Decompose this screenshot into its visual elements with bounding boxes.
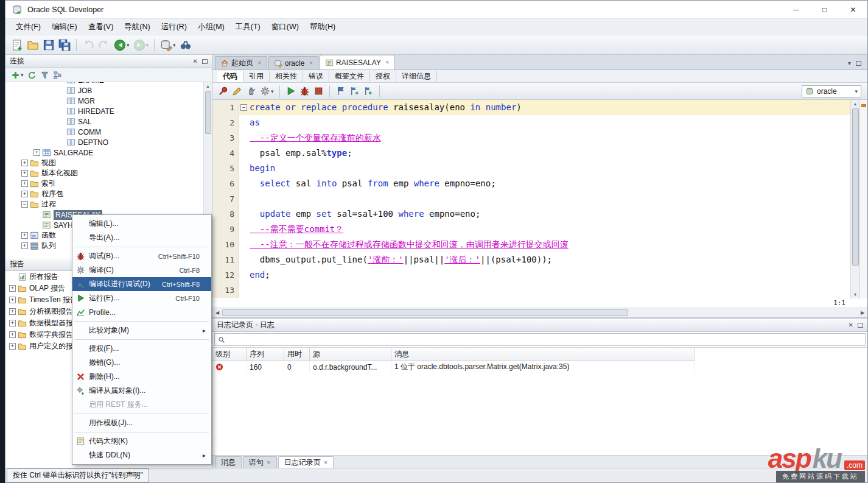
close-tab-icon[interactable]: ✕ bbox=[324, 460, 328, 465]
close-panel-icon[interactable]: ✕ bbox=[849, 322, 853, 328]
expand-icon[interactable]: + bbox=[21, 242, 28, 249]
doc-tab[interactable]: oracle✕ bbox=[268, 56, 318, 69]
menubar-item[interactable]: 运行(R) bbox=[156, 19, 192, 35]
expand-icon[interactable]: + bbox=[21, 232, 28, 239]
redo-button[interactable] bbox=[97, 38, 111, 52]
context-menu-item[interactable]: 删除(H)... bbox=[72, 370, 211, 384]
code-line[interactable]: 5begin bbox=[212, 161, 850, 176]
scroll-up-icon[interactable]: ▲ bbox=[206, 82, 210, 90]
log-column-header[interactable]: 源 bbox=[310, 348, 391, 361]
tree-item[interactable]: +SALGRADE bbox=[5, 147, 212, 158]
add-connection-button[interactable]: ▾ bbox=[10, 69, 25, 81]
editor-subtab[interactable]: 授权 bbox=[370, 71, 396, 82]
code-editor[interactable]: 1−create or replace procedure raisesalay… bbox=[212, 100, 850, 298]
tab-list-dropdown-icon[interactable]: ▾ bbox=[848, 60, 851, 66]
log-column-header[interactable]: 序列 bbox=[247, 348, 284, 361]
tree-item[interactable]: MGR bbox=[5, 96, 212, 106]
search-button[interactable] bbox=[178, 38, 193, 52]
dropdown-arrow-icon[interactable]: ▾ bbox=[173, 42, 176, 48]
menubar-item[interactable]: 查看(V) bbox=[83, 19, 119, 35]
log-search-input[interactable] bbox=[228, 336, 862, 344]
log-column-header[interactable]: 消息 bbox=[391, 348, 695, 361]
close-tab-icon[interactable]: ✕ bbox=[385, 60, 390, 65]
dropdown-arrow-icon[interactable]: ▾ bbox=[21, 72, 24, 78]
restore-group-icon[interactable] bbox=[856, 61, 861, 66]
editor-horizontal-scrollbar[interactable]: ◀ ▶ bbox=[212, 308, 867, 317]
editor-subtab[interactable]: 相关性 bbox=[270, 71, 303, 82]
expand-icon[interactable]: + bbox=[33, 149, 40, 156]
scroll-thumb[interactable] bbox=[852, 108, 859, 266]
log-column-header[interactable]: 用时 bbox=[284, 348, 310, 361]
scroll-left-icon[interactable]: ◀ bbox=[212, 308, 222, 317]
minimize-button[interactable]: ─ bbox=[782, 1, 810, 18]
log-bottom-tab[interactable]: 消息 bbox=[215, 456, 242, 468]
menubar-item[interactable]: 工具(T) bbox=[230, 19, 266, 35]
open-file-button[interactable] bbox=[26, 38, 40, 52]
context-menu-item[interactable]: 编辑(L)... bbox=[72, 217, 211, 231]
new-file-button[interactable] bbox=[10, 38, 24, 52]
expand-icon[interactable]: + bbox=[21, 170, 28, 177]
tree-item[interactable]: HIREDATE bbox=[5, 106, 212, 116]
compile-button[interactable]: ▾ bbox=[259, 85, 275, 97]
forward-button[interactable]: ▾ bbox=[132, 38, 150, 52]
expand-icon[interactable]: + bbox=[9, 297, 16, 303]
code-line[interactable]: 6 select sal into psal from emp where em… bbox=[212, 176, 850, 191]
code-line[interactable]: 2as bbox=[212, 115, 850, 130]
code-line[interactable]: 3 --定义一个变量保存涨前的薪水 bbox=[212, 130, 850, 146]
log-row[interactable]: 1600o.d.r.backgroundT...1 位于 oracle.dbto… bbox=[212, 361, 867, 373]
tree-item[interactable]: −过程 bbox=[5, 199, 212, 210]
expand-icon[interactable]: + bbox=[9, 343, 16, 350]
code-line[interactable]: 13 bbox=[212, 283, 850, 298]
run-button[interactable] bbox=[284, 85, 297, 97]
context-menu-item[interactable]: 启用 REST 服务... bbox=[72, 398, 211, 412]
collapse-icon[interactable]: − bbox=[21, 201, 28, 208]
editor-subtab[interactable]: 代码 bbox=[217, 71, 243, 82]
expand-icon[interactable]: + bbox=[9, 308, 16, 315]
menubar-item[interactable]: 编辑(E) bbox=[46, 19, 83, 35]
refactor-button[interactable] bbox=[245, 85, 257, 97]
log-column-header[interactable]: 级别 bbox=[212, 348, 247, 361]
editor-subtab[interactable]: 详细信息 bbox=[396, 71, 437, 82]
close-tab-icon[interactable]: ✕ bbox=[257, 60, 262, 66]
doc-tab[interactable]: RAISESALAY✕ bbox=[320, 55, 395, 69]
save-all-button[interactable] bbox=[57, 38, 72, 52]
debug-button[interactable] bbox=[298, 85, 311, 97]
context-menu-item[interactable]: 授权(F)... bbox=[72, 342, 211, 356]
code-line[interactable]: 1−create or replace procedure raisesalay… bbox=[212, 100, 850, 115]
expand-icon[interactable]: + bbox=[21, 160, 28, 166]
dropdown-arrow-icon[interactable]: ▾ bbox=[271, 88, 274, 94]
restore-panel-icon[interactable] bbox=[202, 59, 208, 64]
context-menu-item[interactable]: 编译以进行调试(D)Ctrl+Shift-F8 bbox=[72, 277, 211, 291]
back-button[interactable]: ▾ bbox=[113, 38, 131, 52]
code-line[interactable]: 4 psal emp.sal%type; bbox=[212, 146, 850, 161]
dropdown-arrow-icon[interactable]: ▾ bbox=[146, 42, 149, 48]
tree-item[interactable]: +索引 bbox=[5, 178, 212, 189]
dropdown-arrow-icon[interactable]: ▾ bbox=[855, 88, 858, 94]
tree-item[interactable]: JOB bbox=[5, 85, 212, 96]
close-panel-icon[interactable]: ✕ bbox=[193, 58, 198, 65]
log-bottom-tab[interactable]: 日志记录页✕ bbox=[278, 456, 334, 468]
context-menu-item[interactable]: 比较对象(M)▸ bbox=[72, 323, 211, 337]
undo-button[interactable] bbox=[81, 38, 96, 52]
context-menu-item[interactable]: 编译(C)Ctrl-F8 bbox=[72, 263, 211, 277]
expand-icon[interactable]: + bbox=[21, 191, 28, 197]
code-line[interactable]: 8 update emp set sal=sal+100 where empno… bbox=[212, 206, 850, 222]
maximize-button[interactable]: □ bbox=[810, 1, 839, 18]
doc-tab[interactable]: 起始页✕ bbox=[215, 56, 267, 69]
context-menu-item[interactable]: 导出(A)... bbox=[72, 231, 211, 245]
expand-icon[interactable]: + bbox=[21, 180, 28, 187]
tree-item[interactable]: +视图 bbox=[5, 158, 212, 168]
context-menu-item[interactable]: 用作模板(J)... bbox=[72, 416, 211, 430]
open-sql-worksheet-button[interactable]: ▾ bbox=[159, 38, 177, 52]
expand-icon[interactable]: + bbox=[9, 320, 16, 326]
context-menu-item[interactable]: 运行(E)...Ctrl-F10 bbox=[72, 291, 211, 305]
code-line[interactable]: 10 --注意：一般不在存储过程或存储函数中提交和回滚，由调用者来进行提交或回滚 bbox=[212, 237, 850, 252]
editor-subtab[interactable]: 概要文件 bbox=[329, 71, 370, 82]
menubar-item[interactable]: 小组(M) bbox=[192, 19, 230, 35]
toggle-bookmark-button[interactable] bbox=[334, 85, 347, 97]
freeze-view-button[interactable] bbox=[217, 85, 229, 97]
titlebar[interactable]: Oracle SQL Developer ─□✕ bbox=[5, 1, 867, 19]
expand-icon[interactable]: + bbox=[9, 285, 16, 292]
connection-selector[interactable]: oracle ▾ bbox=[802, 85, 861, 97]
context-menu-item[interactable]: 代码大纲(K) bbox=[72, 434, 211, 448]
